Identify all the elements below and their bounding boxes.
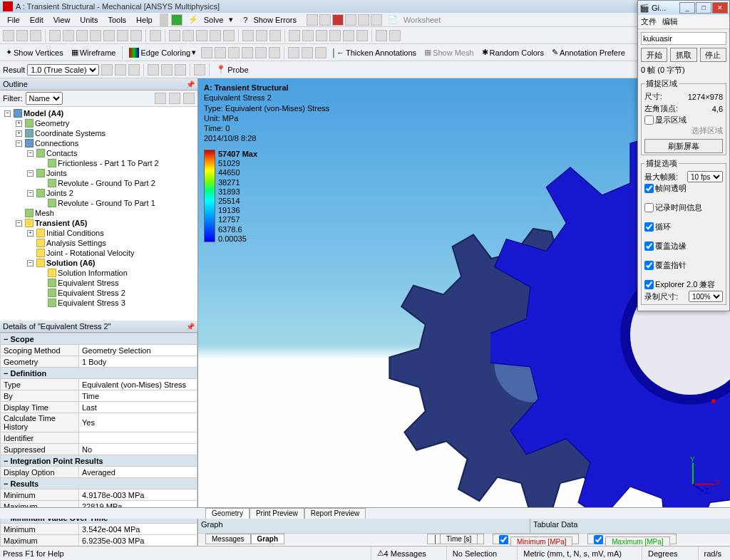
view-icon[interactable] [316, 30, 327, 41]
stop-button[interactable]: 停止 [700, 48, 726, 62]
tool-icon[interactable] [117, 30, 128, 41]
tool-icon[interactable] [319, 14, 331, 26]
minimize-icon[interactable]: _ [679, 2, 695, 14]
menu-file[interactable]: File [3, 14, 24, 26]
cursor-icon[interactable] [3, 30, 14, 41]
worksheet-button[interactable]: 📄 Worksheet [384, 13, 449, 27]
tool-icon[interactable] [150, 30, 161, 41]
tool-icon[interactable] [371, 14, 382, 26]
result-icon[interactable] [175, 64, 186, 76]
view-icon[interactable] [289, 30, 300, 41]
filter-icon[interactable] [155, 93, 166, 104]
check-icon[interactable] [171, 14, 182, 26]
tool-icon[interactable] [90, 30, 101, 41]
show-region-checkbox[interactable] [644, 115, 654, 125]
show-vertices-button[interactable]: ✦ Show Vertices [3, 46, 66, 58]
max-checkbox[interactable] [594, 535, 603, 544]
filter-icon[interactable] [169, 93, 180, 104]
tab-messages[interactable]: Messages [205, 534, 251, 544]
fit-icon[interactable] [223, 30, 235, 41]
ann-icon[interactable] [302, 47, 313, 58]
tab-graph[interactable]: Graph [251, 534, 284, 544]
outline-tree[interactable]: −Model (A4) +Geometry +Coordinate System… [0, 107, 197, 321]
pin-icon[interactable]: 📌 [186, 81, 195, 88]
menu-units[interactable]: Units [76, 14, 102, 26]
tool-icon[interactable] [76, 30, 88, 41]
result-icon[interactable] [101, 64, 113, 76]
start-button[interactable]: 开始 [641, 48, 667, 62]
result-icon[interactable] [115, 64, 126, 76]
view-icon[interactable] [302, 30, 314, 41]
zoom-fit-icon[interactable] [242, 30, 254, 41]
wireframe-button[interactable]: ▦ Wireframe [68, 46, 119, 58]
refresh-button[interactable]: 刷新屏幕 [644, 139, 723, 153]
view-icon[interactable] [389, 30, 401, 41]
menu-view[interactable]: View [49, 14, 75, 26]
maximize-icon[interactable]: □ [696, 2, 711, 14]
edge-icon[interactable] [201, 47, 212, 58]
random-colors-button[interactable]: ✱ Random Colors [479, 46, 547, 58]
tool-icon[interactable] [358, 14, 369, 26]
result-icon[interactable] [128, 64, 140, 76]
ann-icon[interactable] [315, 47, 327, 58]
view-icon[interactable] [329, 30, 341, 41]
result-scale-dropdown[interactable]: 1.0 (True Scale) [27, 64, 99, 76]
zoom-icon[interactable] [196, 30, 207, 41]
tool-icon[interactable] [30, 30, 41, 41]
edge-icon[interactable] [269, 47, 280, 58]
view-icon[interactable] [356, 30, 368, 41]
gif-titlebar[interactable]: 🎬 Gi... _ □ ✕ [638, 1, 729, 15]
menu-edit[interactable]: Edit [26, 14, 48, 26]
edge-icon[interactable] [215, 47, 226, 58]
gif-recorder-window[interactable]: 🎬 Gi... _ □ ✕ 文件编辑 开始 抓取 停止 0 帧 (0 字节) 捕… [637, 0, 730, 311]
result-icon[interactable] [194, 64, 205, 76]
tool-icon[interactable] [130, 30, 142, 41]
rotate-icon[interactable] [169, 30, 180, 41]
tool-icon[interactable] [332, 14, 344, 26]
view-icon[interactable] [376, 30, 387, 41]
view-icon[interactable] [343, 30, 354, 41]
tool-icon[interactable] [63, 30, 74, 41]
tool-icon[interactable] [307, 14, 318, 26]
min-checkbox[interactable] [499, 535, 508, 544]
tool-icon[interactable] [16, 30, 28, 41]
iso-icon[interactable] [269, 30, 281, 41]
ann-icon[interactable] [288, 47, 299, 58]
edge-coloring-button[interactable]: Edge Coloring ▾ [126, 46, 199, 59]
tab-geometry[interactable]: Geometry [205, 508, 250, 519]
edge-icon[interactable] [255, 47, 267, 58]
filter-icon[interactable] [183, 93, 195, 104]
zoom-box-icon[interactable] [210, 30, 221, 41]
tool-icon[interactable] [345, 14, 356, 26]
gif-menu-file[interactable]: 文件 [641, 16, 657, 27]
tool-icon[interactable] [49, 30, 61, 41]
axis-triad[interactable]: Y X Z [679, 456, 721, 499]
edge-icon[interactable] [228, 47, 240, 58]
thicken-annotations-button[interactable]: │← Thicken Annotations [329, 47, 419, 58]
filter-dropdown[interactable]: Name [26, 92, 63, 105]
gif-menu-edit[interactable]: 编辑 [662, 16, 678, 27]
menu-tools[interactable]: Tools [103, 14, 130, 26]
close-icon[interactable]: ✕ [712, 2, 728, 14]
select-region-button[interactable]: 选择区域 [692, 125, 723, 136]
tab-report-preview[interactable]: Report Preview [304, 508, 366, 519]
result-label: Result [3, 66, 25, 74]
probe-button[interactable]: 📍 Probe [213, 63, 251, 76]
tool-icon[interactable] [103, 30, 115, 41]
recsize-select[interactable]: 100% [689, 291, 723, 302]
tab-print-preview[interactable]: Print Preview [250, 508, 304, 519]
result-icon[interactable] [161, 64, 173, 76]
solve-button[interactable]: ⚡ Solve ▾ [184, 13, 238, 27]
pan-icon[interactable] [182, 30, 194, 41]
fps-select[interactable]: 10 fps [687, 171, 723, 182]
annotation-pref-button[interactable]: ✎ Annotation Prefere [549, 46, 628, 58]
show-errors-button[interactable]: ? Show Errors [239, 13, 305, 27]
zoom-prev-icon[interactable] [256, 30, 267, 41]
show-mesh-button[interactable]: ▦ Show Mesh [421, 46, 476, 58]
edge-icon[interactable] [242, 47, 253, 58]
gif-name-input[interactable] [641, 32, 726, 45]
grab-button[interactable]: 抓取 [670, 48, 696, 62]
pin-icon[interactable]: 📌 [186, 323, 195, 331]
result-icon[interactable] [148, 64, 159, 76]
menu-help[interactable]: Help [132, 14, 157, 26]
